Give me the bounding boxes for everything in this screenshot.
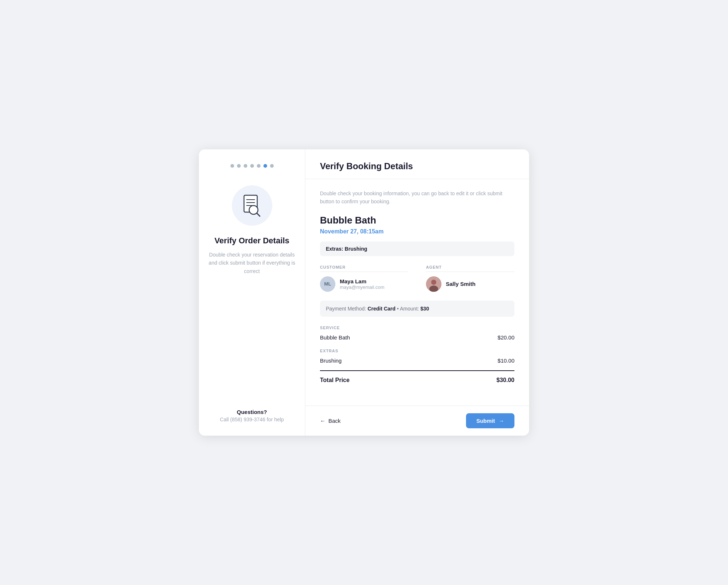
questions-label: Questions?	[220, 409, 284, 415]
right-header: Verify Booking Details	[305, 149, 529, 179]
right-body: Double check your booking information, y…	[305, 179, 529, 406]
extras-pill: Extras: Brushing	[320, 241, 514, 256]
progress-dot-7	[270, 164, 274, 168]
customer-column: CUSTOMER ML Maya Lam maya@myemail.com	[320, 265, 408, 292]
agent-label: AGENT	[426, 265, 514, 272]
total-label: Total Price	[320, 377, 350, 384]
back-button[interactable]: ← Back	[320, 418, 341, 424]
payment-amount-label: Amount:	[400, 306, 419, 312]
progress-dot-4	[250, 164, 254, 168]
total-price: $30.00	[496, 377, 514, 384]
progress-dot-6	[263, 164, 267, 168]
agent-avatar	[426, 276, 441, 292]
service-date: November 27, 08:15am	[320, 228, 514, 235]
progress-dot-1	[230, 164, 234, 168]
customer-info: ML Maya Lam maya@myemail.com	[320, 276, 408, 292]
total-row: Total Price $30.00	[320, 375, 514, 385]
back-label: Back	[328, 418, 341, 424]
customer-name: Maya Lam	[340, 278, 385, 284]
extras-pill-label: Extras:	[326, 246, 343, 252]
extras-line-name: Brushing	[320, 357, 342, 364]
progress-dots	[230, 164, 274, 168]
agent-info: Sally Smith	[426, 276, 514, 292]
progress-dot-3	[244, 164, 247, 168]
right-footer: ← Back Submit →	[305, 406, 529, 436]
verify-icon	[239, 192, 265, 219]
service-pricing-row: Bubble Bath $20.00	[320, 332, 514, 343]
progress-dot-2	[237, 164, 241, 168]
extras-pricing-row: Brushing $10.00	[320, 355, 514, 366]
instruction-text: Double check your booking information, y…	[320, 189, 514, 206]
customer-email: maya@myemail.com	[340, 284, 385, 290]
phone-label: Call (858) 939-3746 for help	[220, 417, 284, 422]
right-panel: Verify Booking Details Double check your…	[305, 149, 529, 436]
extras-section-label: EXTRAS	[320, 349, 514, 353]
pricing-section: SERVICE Bubble Bath $20.00 EXTRAS Brushi…	[320, 326, 514, 385]
svg-line-5	[257, 213, 260, 216]
back-arrow-icon: ←	[320, 418, 325, 424]
verify-icon-wrapper	[232, 185, 272, 226]
extras-line-price: $10.00	[498, 357, 514, 364]
total-divider	[320, 370, 514, 371]
extras-pill-value: Brushing	[345, 246, 367, 252]
left-panel: Verify Order Details Double check your r…	[199, 149, 305, 436]
payment-amount-value: $30	[421, 306, 429, 312]
submit-arrow-icon: →	[499, 418, 504, 424]
service-name: Bubble Bath	[320, 215, 514, 226]
people-row: CUSTOMER ML Maya Lam maya@myemail.com AG…	[320, 265, 514, 292]
payment-method-value: Credit Card	[368, 306, 396, 312]
submit-button[interactable]: Submit →	[466, 413, 514, 428]
payment-method-label: Payment Method:	[326, 306, 366, 312]
service-line-price: $20.00	[498, 334, 514, 341]
right-panel-title: Verify Booking Details	[320, 161, 514, 171]
left-title: Verify Order Details	[214, 236, 289, 246]
left-footer: Questions? Call (858) 939-3746 for help	[220, 409, 284, 422]
progress-dot-5	[257, 164, 261, 168]
booking-card: Verify Order Details Double check your r…	[199, 149, 529, 436]
agent-name: Sally Smith	[446, 281, 476, 287]
service-section-label: SERVICE	[320, 326, 514, 330]
agent-column: AGENT Sally Smith	[426, 265, 514, 292]
payment-dot: •	[397, 306, 400, 312]
submit-label: Submit	[476, 418, 495, 424]
customer-avatar: ML	[320, 276, 335, 292]
svg-point-7	[431, 280, 436, 285]
service-line-name: Bubble Bath	[320, 334, 350, 341]
agent-avatar-icon	[426, 276, 441, 292]
left-description: Double check your reservation details an…	[208, 251, 296, 275]
payment-pill: Payment Method: Credit Card • Amount: $3…	[320, 301, 514, 317]
customer-label: CUSTOMER	[320, 265, 408, 272]
